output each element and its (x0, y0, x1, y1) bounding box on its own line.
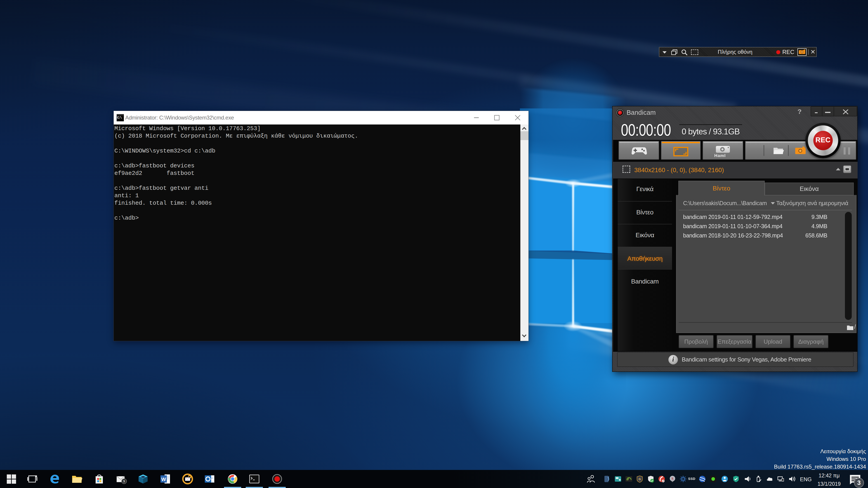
svg-text:3: 3 (857, 480, 861, 486)
svg-text:W: W (161, 477, 166, 482)
svg-text:G: G (639, 477, 641, 481)
svg-text:S: S (672, 477, 674, 481)
svg-text:9: 9 (123, 479, 125, 483)
